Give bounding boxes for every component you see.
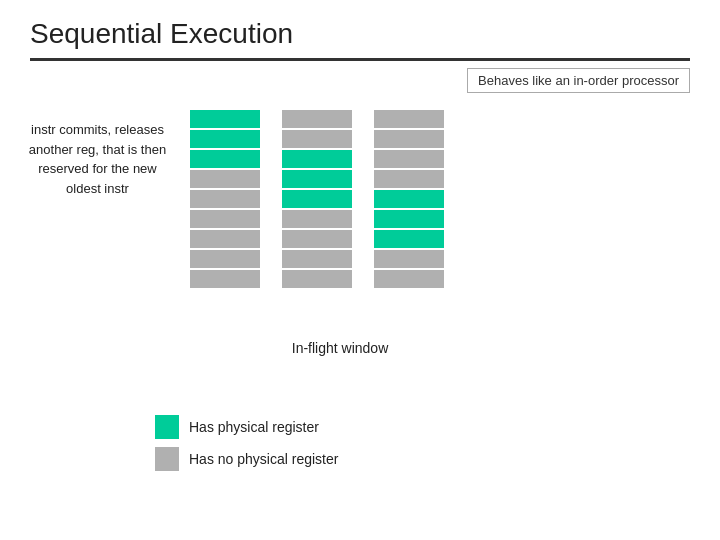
cell-1-2 bbox=[282, 150, 352, 168]
cell-2-2 bbox=[374, 150, 444, 168]
subtitle-box: Behaves like an in-order processor bbox=[467, 68, 690, 93]
cell-2-6 bbox=[374, 230, 444, 248]
left-description: instr commits, releases another reg, tha… bbox=[20, 120, 175, 198]
legend-swatch-1 bbox=[155, 447, 179, 471]
cell-2-0 bbox=[374, 110, 444, 128]
cell-0-2 bbox=[190, 150, 260, 168]
cell-1-0 bbox=[282, 110, 352, 128]
cell-1-1 bbox=[282, 130, 352, 148]
legend-item-0: Has physical register bbox=[155, 415, 338, 439]
legend: Has physical registerHas no physical reg… bbox=[155, 415, 338, 479]
bars-container bbox=[190, 110, 444, 288]
cell-2-3 bbox=[374, 170, 444, 188]
cell-0-3 bbox=[190, 170, 260, 188]
legend-swatch-0 bbox=[155, 415, 179, 439]
cell-2-1 bbox=[374, 130, 444, 148]
cell-2-7 bbox=[374, 250, 444, 268]
cell-0-1 bbox=[190, 130, 260, 148]
title-divider bbox=[30, 58, 690, 61]
cell-1-6 bbox=[282, 230, 352, 248]
cell-2-4 bbox=[374, 190, 444, 208]
bar-column-1 bbox=[282, 110, 352, 288]
cell-0-0 bbox=[190, 110, 260, 128]
cell-0-7 bbox=[190, 250, 260, 268]
cell-2-5 bbox=[374, 210, 444, 228]
page-title: Sequential Execution bbox=[0, 0, 720, 58]
cell-0-6 bbox=[190, 230, 260, 248]
legend-label-0: Has physical register bbox=[189, 419, 319, 435]
cell-0-8 bbox=[190, 270, 260, 288]
legend-label-1: Has no physical register bbox=[189, 451, 338, 467]
bar-column-0 bbox=[190, 110, 260, 288]
in-flight-label: In-flight window bbox=[240, 340, 440, 356]
cell-1-8 bbox=[282, 270, 352, 288]
cell-0-4 bbox=[190, 190, 260, 208]
cell-1-7 bbox=[282, 250, 352, 268]
cell-1-3 bbox=[282, 170, 352, 188]
bar-column-2 bbox=[374, 110, 444, 288]
cell-2-8 bbox=[374, 270, 444, 288]
cell-0-5 bbox=[190, 210, 260, 228]
cell-1-4 bbox=[282, 190, 352, 208]
legend-item-1: Has no physical register bbox=[155, 447, 338, 471]
cell-1-5 bbox=[282, 210, 352, 228]
